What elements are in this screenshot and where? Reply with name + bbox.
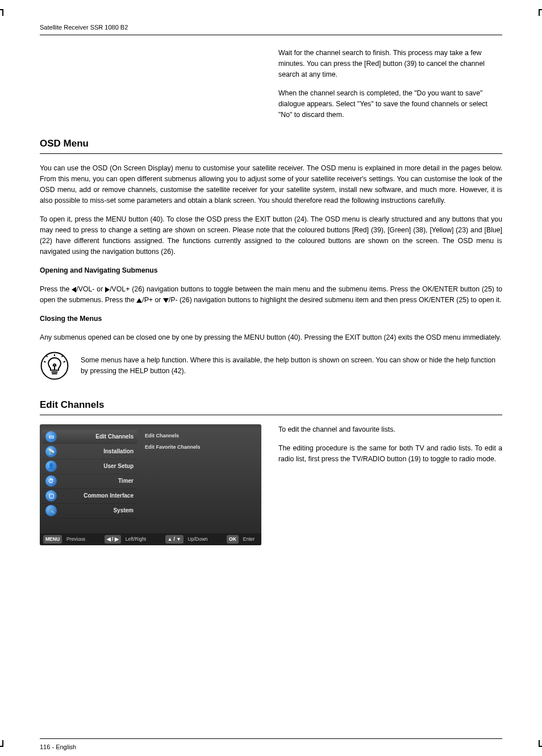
edit-channels-text: To edit the channel and favourite lists.… <box>278 424 502 473</box>
wrench-icon: 🔧 <box>45 505 57 516</box>
clock-icon: ⏱ <box>45 475 57 487</box>
osd-footer-hints: MENU Previous ◀ / ▶ Left/Right ▲ / ▼ Up/… <box>40 533 261 545</box>
paragraph-opening: Press the /VOL- or /VOL+ (26) navigation… <box>40 284 502 306</box>
note-text: Some menus have a help function. Where t… <box>81 355 502 377</box>
paragraph: To edit the channel and favourite lists. <box>278 424 502 435</box>
osd-menu-content: You can use the OSD (On Screen Display) … <box>40 163 502 381</box>
paragraph: To open it, press the MENU button (40). … <box>40 214 502 257</box>
menu-key-label: Previous <box>66 536 85 543</box>
osd-right-submenu: Edit Channels Edit Favorite Channels <box>139 428 261 533</box>
subheading-closing: Closing the Menus <box>40 314 502 324</box>
osd-left-menu: ▭ Edit Channels 📡 Installation 👤 User Se… <box>40 428 139 533</box>
lr-key: ◀ / ▶ <box>105 535 121 544</box>
up-arrow-icon <box>136 298 142 303</box>
crop-mark <box>0 746 3 747</box>
menu-item-common-interface[interactable]: ▢ Common Interface <box>42 489 137 504</box>
menu-item-edit-channels[interactable]: ▭ Edit Channels <box>42 430 137 445</box>
page-footer: 116 - English <box>40 738 502 752</box>
right-arrow-icon <box>105 287 110 293</box>
menu-item-timer[interactable]: ⏱ Timer <box>42 474 137 489</box>
osd-screenshot: ▭ Edit Channels 📡 Installation 👤 User Se… <box>40 424 261 545</box>
user-icon: 👤 <box>45 461 57 472</box>
paragraph-closing: Any submenus opened can be closed one by… <box>40 332 502 343</box>
submenu-item[interactable]: Edit Favorite Channels <box>145 444 256 452</box>
tv-icon: ▭ <box>45 431 57 442</box>
menu-key: MENU <box>43 535 62 544</box>
card-icon: ▢ <box>45 490 57 502</box>
ud-key: ▲ / ▼ <box>165 535 184 544</box>
crop-mark <box>539 9 542 10</box>
page-header: Satellite Receiver SSR 1080 B2 <box>40 23 502 35</box>
ud-key-label: Up/Down <box>188 536 208 543</box>
subheading-opening: Opening and Navigating Submenus <box>40 265 502 276</box>
down-arrow-icon <box>163 298 169 303</box>
menu-item-user-setup[interactable]: 👤 User Setup <box>42 460 137 474</box>
paragraph: Wait for the channel search to finish. T… <box>278 48 502 80</box>
submenu-item[interactable]: Edit Channels <box>145 432 256 440</box>
menu-item-system[interactable]: 🔧 System <box>42 504 137 519</box>
ok-key: OK <box>227 535 239 544</box>
heading-osd-menu: OSD Menu <box>40 136 502 153</box>
heading-edit-channels: Edit Channels <box>40 398 502 415</box>
paragraph: When the channel search is completed, th… <box>278 88 502 120</box>
crop-mark <box>0 9 3 10</box>
lr-key-label: Left/Right <box>126 536 146 543</box>
paragraph: You can use the OSD (On Screen Display) … <box>40 163 502 206</box>
menu-item-installation[interactable]: 📡 Installation <box>42 445 137 460</box>
satellite-icon: 📡 <box>45 446 57 457</box>
ok-key-label: Enter <box>243 536 255 543</box>
intro-right-column: Wait for the channel search to finish. T… <box>278 48 502 120</box>
lightbulb-icon <box>40 351 69 381</box>
paragraph: The editing procedure is the same for bo… <box>278 443 502 465</box>
note-block: Some menus have a help function. Where t… <box>40 351 502 381</box>
crop-mark <box>539 746 542 747</box>
